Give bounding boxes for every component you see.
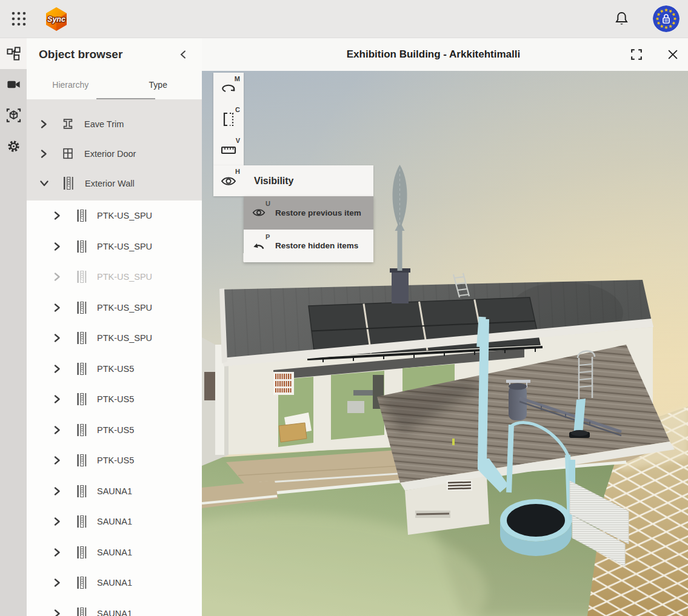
- visibility-tool-button[interactable]: H Visibility: [213, 165, 373, 196]
- tree-item-label: PTK-US5: [97, 455, 134, 465]
- tree-item[interactable]: PTK-US5: [27, 415, 202, 446]
- wall-type-icon: [76, 300, 88, 315]
- tree-item[interactable]: PTK-US5: [27, 445, 202, 476]
- top-bar: Sync Sync: [0, 0, 688, 38]
- wall-type-icon: [76, 514, 88, 529]
- clip-plane-icon: [221, 111, 236, 127]
- wall-type-icon: [76, 575, 88, 590]
- tree-group-eave-trim[interactable]: Eave Trim: [27, 109, 202, 139]
- chevron-right-icon[interactable]: [53, 456, 61, 465]
- rail-object-browser-button[interactable]: [0, 38, 27, 69]
- viewer-title: Exhibition Building - Arkkitehtimalli: [202, 48, 626, 61]
- tree-item-label: SAUNA1: [97, 548, 132, 557]
- ruler-icon: [221, 145, 236, 156]
- 3d-scene: [202, 71, 688, 616]
- group-label: Exterior Door: [84, 149, 136, 159]
- tree-item[interactable]: SAUNA1: [27, 598, 202, 616]
- tree-item-label: SAUNA1: [97, 609, 132, 616]
- wall-type-icon: [76, 270, 88, 284]
- close-icon: [666, 48, 680, 61]
- chevron-left-icon: [179, 50, 187, 59]
- chevron-right-icon[interactable]: [53, 578, 61, 587]
- chevron-right-icon[interactable]: [53, 517, 61, 526]
- tree-item[interactable]: PTK-US_SPU: [27, 293, 202, 323]
- tree-item[interactable]: SAUNA1: [27, 537, 202, 568]
- active-tab-indicator: [96, 98, 155, 99]
- shortcut-key: V: [236, 137, 240, 144]
- clip-plane-tool-button[interactable]: C: [213, 104, 244, 134]
- viewer-toolbar: M C V: [213, 73, 244, 165]
- notifications-bell-icon[interactable]: [612, 9, 631, 28]
- visibility-menu-title: Visibility: [254, 176, 294, 187]
- user-avatar[interactable]: [653, 5, 680, 32]
- chevron-down-icon[interactable]: [40, 179, 48, 187]
- fullscreen-button[interactable]: [626, 44, 647, 65]
- chevron-right-icon[interactable]: [53, 487, 61, 495]
- tree-item-hidden[interactable]: PTK-US_SPU: [27, 262, 202, 293]
- group-label: Eave Trim: [84, 119, 124, 129]
- menu-item-label: Restore hidden items: [275, 241, 358, 250]
- menu-item-restore-previous-item[interactable]: U Restore previous item: [244, 196, 373, 230]
- shortcut-key: U: [266, 200, 270, 207]
- measure-tool-button[interactable]: V: [213, 134, 244, 165]
- visibility-menu: U Restore previous item P Restore hidden…: [244, 196, 373, 262]
- shortcut-key: C: [235, 106, 240, 113]
- chevron-right-icon[interactable]: [53, 548, 61, 557]
- object-browser-header: Object browser: [27, 38, 202, 70]
- sync-logo-icon[interactable]: Sync: [44, 6, 69, 31]
- chevron-right-icon[interactable]: [53, 609, 61, 616]
- gear-icon: [6, 139, 21, 154]
- tree-item[interactable]: PTK-US_SPU: [27, 231, 202, 262]
- tree-group-exterior-door[interactable]: Exterior Door: [27, 139, 202, 168]
- wall-type-icon: [76, 423, 88, 437]
- tree-item[interactable]: PTK-US5: [27, 384, 202, 415]
- tree-item[interactable]: SAUNA1: [27, 506, 202, 537]
- tree-item[interactable]: PTK-US_SPU: [27, 200, 202, 231]
- orbit-tool-button[interactable]: M: [213, 73, 244, 104]
- tree-item[interactable]: SAUNA1: [27, 476, 202, 507]
- close-viewer-button[interactable]: [663, 44, 683, 65]
- tab-type[interactable]: Type: [115, 70, 202, 99]
- tree-item-label: PTK-US_SPU: [97, 303, 152, 313]
- chevron-right-icon[interactable]: [53, 365, 61, 373]
- eye-icon: [221, 175, 236, 187]
- tree-item-label: PTK-US_SPU: [97, 333, 152, 343]
- svg-text:Sync: Sync: [47, 15, 65, 24]
- chevron-right-icon[interactable]: [53, 303, 61, 312]
- tree-item[interactable]: PTK-US5: [27, 354, 202, 385]
- menu-item-restore-hidden-items[interactable]: P Restore hidden items: [244, 230, 373, 263]
- tab-hierarchy[interactable]: Hierarchy: [27, 70, 115, 99]
- 3d-box-icon: [6, 108, 21, 123]
- wall-type-icon: [76, 606, 88, 616]
- wall-type-icon: [76, 545, 88, 560]
- object-browser-panel: Object browser Hierarchy Type Eave Trim …: [27, 38, 202, 616]
- chevron-right-icon[interactable]: [53, 334, 61, 342]
- wall-type-icon: [76, 208, 88, 223]
- chevron-right-icon[interactable]: [53, 395, 61, 403]
- model-tree-icon: [6, 46, 21, 61]
- camera-icon: [6, 77, 21, 92]
- tree-group-exterior-wall[interactable]: Exterior Wall: [27, 168, 202, 198]
- rail-views-button[interactable]: [0, 69, 27, 100]
- fullscreen-icon: [630, 48, 643, 61]
- rail-settings-button[interactable]: [0, 131, 27, 162]
- undo-arrow-icon: [252, 240, 266, 252]
- chevron-right-icon[interactable]: [40, 150, 48, 158]
- collapse-panel-button[interactable]: [174, 45, 192, 64]
- chevron-right-icon[interactable]: [53, 211, 61, 220]
- tree-item[interactable]: SAUNA1: [27, 568, 202, 598]
- chevron-right-icon[interactable]: [40, 120, 48, 128]
- chevron-right-icon[interactable]: [53, 242, 61, 251]
- chevron-right-icon[interactable]: [53, 426, 61, 434]
- app-grid-icon[interactable]: [10, 10, 28, 28]
- chevron-right-icon[interactable]: [53, 273, 61, 281]
- shortcut-key: H: [235, 168, 240, 175]
- rail-model-button[interactable]: [0, 100, 27, 131]
- tree-item-label: SAUNA1: [97, 517, 132, 526]
- tree-item[interactable]: PTK-US_SPU: [27, 323, 202, 354]
- 3d-viewport[interactable]: M C V H Visibility U Restore p: [202, 71, 688, 616]
- group-label: Exterior Wall: [85, 179, 135, 188]
- wall-type-icon: [76, 331, 88, 345]
- menu-item-label: Restore previous item: [275, 208, 361, 217]
- wall-type-icon: [76, 239, 88, 254]
